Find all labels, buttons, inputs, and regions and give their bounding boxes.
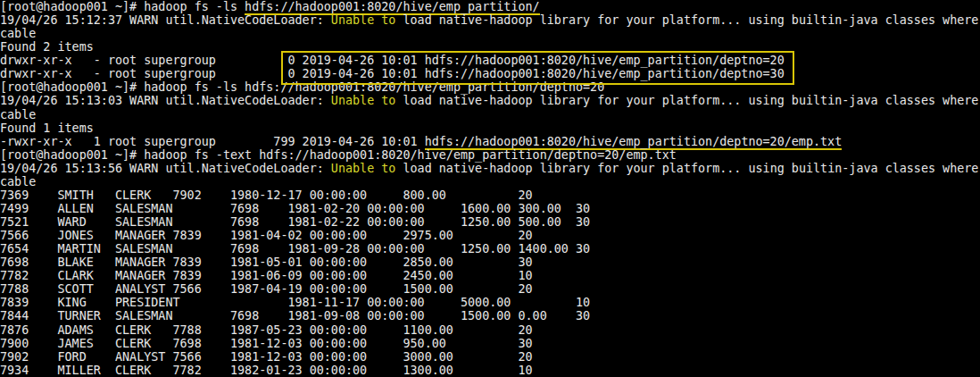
- text-segment: 7902 FORD ANALYST 7566 1981-12-03 00:00:…: [0, 350, 533, 364]
- terminal-line: 7876 ADAMS CLERK 7788 1987-05-23 00:00:0…: [0, 323, 980, 337]
- text-segment: 7698 BLAKE MANAGER 7839 1981-05-01 00:00…: [0, 256, 533, 269]
- terminal-line: Found 2 items: [0, 40, 980, 54]
- text-segment: 7934 MILLER CLERK 7782 1982-01-23 00:00:…: [0, 364, 533, 377]
- text-segment: load native-hadoop library for your plat…: [395, 94, 980, 107]
- text-segment: 7876 ADAMS CLERK 7788 1987-05-23 00:00:0…: [0, 323, 533, 337]
- terminal-line: 7839 KING PRESIDENT 1981-11-17 00:00:00 …: [0, 296, 980, 309]
- terminal-line: [root@hadoop001 ~]# hadoop fs -ls hdfs:/…: [0, 0, 980, 13]
- terminal-line: cable: [0, 108, 980, 121]
- highlighted-warn-text: Unable to: [331, 162, 396, 175]
- text-segment: drwxr-xr-x - root supergroup 0 2019-04-2…: [0, 54, 785, 67]
- text-segment: cable: [0, 108, 36, 121]
- terminal-line: [root@hadoop001 ~]# hadoop fs -ls hdfs:/…: [0, 80, 980, 94]
- text-segment: drwxr-xr-x - root supergroup 0 2019-04-2…: [0, 67, 785, 80]
- terminal-line: 7934 MILLER CLERK 7782 1982-01-23 00:00:…: [0, 364, 980, 377]
- text-segment: load native-hadoop library for your plat…: [395, 162, 980, 175]
- text-segment: 19/04/26 15:12:37 WARN util.NativeCodeLo…: [0, 13, 331, 27]
- terminal-line: Found 1 items: [0, 121, 980, 135]
- terminal-output: [root@hadoop001 ~]# hadoop fs -ls hdfs:/…: [0, 0, 980, 377]
- text-segment: [root@hadoop001 ~]# hadoop fs -text hdfs…: [0, 148, 677, 162]
- text-segment: Found 2 items: [0, 40, 94, 54]
- text-segment: [root@hadoop001 ~]# hadoop fs -ls hdfs:/…: [0, 80, 604, 94]
- terminal-line: [root@hadoop001 ~]# hadoop fs -text hdfs…: [0, 148, 980, 162]
- terminal-line: drwxr-xr-x - root supergroup 0 2019-04-2…: [0, 54, 980, 67]
- terminal-screen[interactable]: [root@hadoop001 ~]# hadoop fs -ls hdfs:/…: [0, 0, 980, 377]
- text-segment: Found 1 items: [0, 121, 94, 135]
- terminal-line: 7902 FORD ANALYST 7566 1981-12-03 00:00:…: [0, 350, 980, 364]
- text-segment: 7654 MARTIN SALESMAN 7698 1981-09-28 00:…: [0, 242, 590, 256]
- text-segment: cable: [0, 27, 36, 40]
- text-segment: [root@hadoop001 ~]# hadoop fs -ls: [0, 0, 245, 13]
- terminal-line: 7788 SCOTT ANALYST 7566 1987-04-19 00:00…: [0, 282, 980, 296]
- text-segment: load native-hadoop library for your plat…: [395, 13, 980, 27]
- highlighted-warn-text: Unable to: [331, 13, 396, 27]
- terminal-line: 7900 JAMES CLERK 7698 1981-12-03 00:00:0…: [0, 337, 980, 350]
- terminal-line: 7499 ALLEN SALESMAN 7698 1981-02-20 00:0…: [0, 202, 980, 215]
- terminal-line: 7782 CLARK MANAGER 7839 1981-06-09 00:00…: [0, 269, 980, 282]
- text-segment: 7566 JONES MANAGER 7839 1981-04-02 00:00…: [0, 229, 533, 242]
- text-segment: 7369 SMITH CLERK 7902 1980-12-17 00:00:0…: [0, 188, 533, 202]
- highlighted-warn-text: Unable to: [331, 94, 396, 107]
- text-segment: 7782 CLARK MANAGER 7839 1981-06-09 00:00…: [0, 269, 533, 282]
- text-segment: -rwxr-xr-x 1 root supergroup 799 2019-04…: [0, 135, 425, 148]
- terminal-line: 7698 BLAKE MANAGER 7839 1981-05-01 00:00…: [0, 256, 980, 269]
- text-segment: 7900 JAMES CLERK 7698 1981-12-03 00:00:0…: [0, 337, 533, 350]
- terminal-line: 7654 MARTIN SALESMAN 7698 1981-09-28 00:…: [0, 242, 980, 256]
- terminal-line: 7521 WARD SALESMAN 7698 1981-02-22 00:00…: [0, 215, 980, 229]
- text-segment: 7521 WARD SALESMAN 7698 1981-02-22 00:00…: [0, 215, 590, 229]
- text-segment: 7844 TURNER SALESMAN 7698 1981-09-08 00:…: [0, 309, 590, 323]
- terminal-line: 19/04/26 15:13:03 WARN util.NativeCodeLo…: [0, 94, 980, 107]
- terminal-line: 7844 TURNER SALESMAN 7698 1981-09-08 00:…: [0, 309, 980, 323]
- terminal-line: cable: [0, 27, 980, 40]
- text-segment: 19/04/26 15:13:03 WARN util.NativeCodeLo…: [0, 94, 331, 107]
- text-segment: 7839 KING PRESIDENT 1981-11-17 00:00:00 …: [0, 296, 590, 309]
- text-segment: cable: [0, 175, 36, 188]
- terminal-line: -rwxr-xr-x 1 root supergroup 799 2019-04…: [0, 135, 980, 148]
- terminal-line: drwxr-xr-x - root supergroup 0 2019-04-2…: [0, 67, 980, 80]
- terminal-line: 19/04/26 15:12:37 WARN util.NativeCodeLo…: [0, 13, 980, 27]
- text-segment: 7499 ALLEN SALESMAN 7698 1981-02-20 00:0…: [0, 202, 590, 215]
- terminal-line: 7566 JONES MANAGER 7839 1981-04-02 00:00…: [0, 229, 980, 242]
- text-segment: 19/04/26 15:13:56 WARN util.NativeCodeLo…: [0, 162, 331, 175]
- terminal-line: cable: [0, 175, 980, 188]
- terminal-line: 19/04/26 15:13:56 WARN util.NativeCodeLo…: [0, 162, 980, 175]
- terminal-line: 7369 SMITH CLERK 7902 1980-12-17 00:00:0…: [0, 188, 980, 202]
- text-segment: 7788 SCOTT ANALYST 7566 1987-04-19 00:00…: [0, 282, 533, 296]
